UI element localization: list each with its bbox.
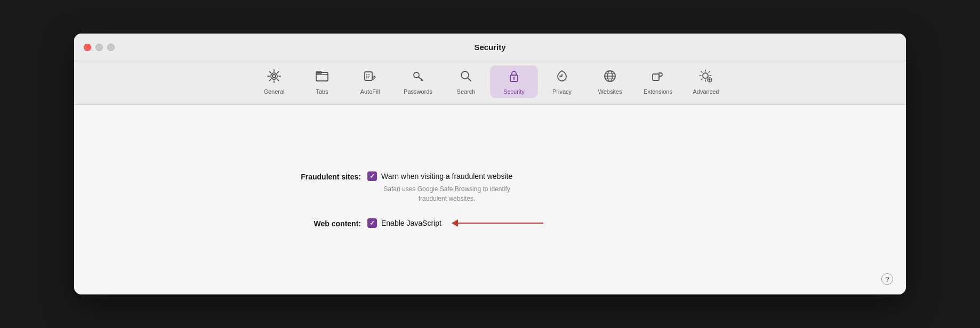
fraudulent-sites-checkbox-label: Warn when visiting a fraudulent website xyxy=(381,172,512,181)
window-title: Security xyxy=(474,43,505,52)
security-icon xyxy=(507,69,521,86)
fraudulent-sites-description: Safari uses Google Safe Browsing to iden… xyxy=(367,184,512,203)
tab-websites[interactable]: Websites xyxy=(586,65,634,98)
general-icon xyxy=(267,69,282,86)
settings-window: Security General Tabs xyxy=(74,34,906,294)
tab-privacy-label: Privacy xyxy=(552,88,572,95)
toolbar: General Tabs xyxy=(74,61,906,105)
web-content-checkbox-row: Enable JavaScript xyxy=(367,218,543,228)
fraudulent-sites-checkbox[interactable] xyxy=(367,171,377,181)
web-content-checkbox[interactable] xyxy=(367,218,377,228)
web-content-content: Enable JavaScript xyxy=(367,218,543,228)
tab-security-label: Security xyxy=(503,88,525,95)
tab-general[interactable]: General xyxy=(250,65,298,98)
advanced-icon xyxy=(698,69,713,86)
tabs-icon xyxy=(315,69,330,86)
tab-advanced-label: Advanced xyxy=(693,88,719,95)
tab-general-label: General xyxy=(263,88,284,95)
tab-autofill-label: AutoFill xyxy=(360,88,380,95)
tab-search-label: Search xyxy=(457,88,476,95)
svg-rect-20 xyxy=(653,74,659,80)
tab-search[interactable]: Search xyxy=(442,65,490,98)
fraudulent-sites-checkbox-row: Warn when visiting a fraudulent website xyxy=(367,171,512,181)
titlebar: Security xyxy=(74,34,906,61)
passwords-icon xyxy=(411,69,425,86)
tab-security[interactable]: Security xyxy=(490,65,538,98)
fraudulent-sites-content: Warn when visiting a fraudulent website … xyxy=(367,171,512,203)
tab-advanced[interactable]: Advanced xyxy=(682,65,730,98)
tab-websites-label: Websites xyxy=(598,88,622,95)
tab-autofill[interactable]: AutoFill xyxy=(346,65,394,98)
traffic-lights xyxy=(84,44,115,51)
tab-extensions-label: Extensions xyxy=(644,88,672,95)
close-button[interactable] xyxy=(84,44,91,51)
websites-icon xyxy=(603,69,617,86)
maximize-button[interactable] xyxy=(107,44,115,51)
svg-point-1 xyxy=(271,73,277,79)
help-button[interactable]: ? xyxy=(881,273,893,285)
tab-extensions[interactable]: Extensions xyxy=(634,65,682,98)
tab-passwords[interactable]: Passwords xyxy=(394,65,442,98)
arrow-annotation xyxy=(452,219,543,227)
arrow-line xyxy=(458,223,543,224)
settings-grid: Fraudulent sites: Warn when visiting a f… xyxy=(282,171,698,228)
autofill-icon xyxy=(363,69,377,86)
web-content-checkbox-label: Enable JavaScript xyxy=(381,219,441,227)
svg-point-21 xyxy=(703,73,708,78)
content-area: Fraudulent sites: Warn when visiting a f… xyxy=(74,105,906,294)
tab-privacy[interactable]: Privacy xyxy=(538,65,586,98)
svg-point-0 xyxy=(272,75,276,78)
help-label: ? xyxy=(885,275,889,283)
search-icon xyxy=(459,69,473,86)
tab-tabs-label: Tabs xyxy=(316,88,328,95)
web-content-row: Web content: Enable JavaScript xyxy=(282,218,698,228)
tab-tabs[interactable]: Tabs xyxy=(298,65,346,98)
extensions-icon xyxy=(650,69,665,86)
web-content-inner-row: Enable JavaScript xyxy=(367,218,441,228)
fraudulent-sites-row: Fraudulent sites: Warn when visiting a f… xyxy=(282,171,698,203)
svg-point-23 xyxy=(709,79,711,81)
web-content-label: Web content: xyxy=(282,218,367,228)
fraudulent-sites-label: Fraudulent sites: xyxy=(282,171,367,181)
tab-passwords-label: Passwords xyxy=(404,88,432,95)
arrow-head xyxy=(452,219,458,227)
privacy-icon xyxy=(555,69,569,86)
minimize-button[interactable] xyxy=(95,44,103,51)
